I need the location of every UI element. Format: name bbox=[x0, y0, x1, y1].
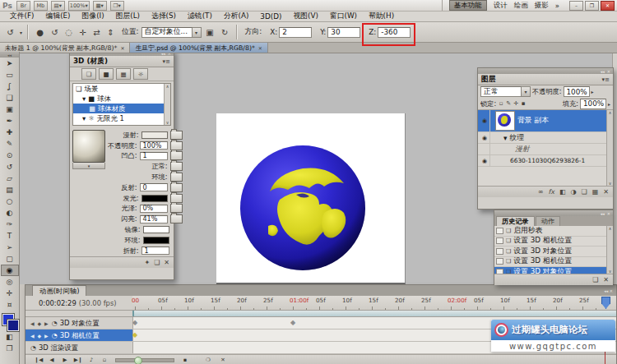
hand-tool[interactable]: ✛ bbox=[1, 288, 19, 299]
menu-item[interactable]: 视图(V) bbox=[287, 12, 323, 21]
play-button[interactable]: ▶ bbox=[60, 357, 70, 363]
lock-icon-2[interactable]: ✎ bbox=[505, 100, 512, 107]
layer-row[interactable]: ◉▾纹理 bbox=[478, 132, 613, 144]
menu-item[interactable]: 选择(S) bbox=[146, 12, 182, 21]
3d-camera-rotate-tool[interactable]: ◎ bbox=[1, 276, 19, 288]
toolbar-grip[interactable]: ◂◂ bbox=[0, 52, 19, 58]
minimize-button[interactable]: – bbox=[569, 1, 583, 11]
delete-layer-icon[interactable]: ✕ bbox=[603, 188, 609, 196]
restore-button[interactable]: ❐ bbox=[585, 1, 599, 11]
3d-list-item[interactable]: ▦球体材质 bbox=[73, 104, 170, 113]
texture-folder-icon[interactable] bbox=[170, 131, 183, 140]
scroll-down-icon[interactable]: ∨ bbox=[609, 181, 612, 186]
clone-stamp-tool[interactable]: ⊙ bbox=[1, 150, 19, 161]
keyframe-diamond[interactable]: ◆ bbox=[132, 319, 137, 326]
color-swatch[interactable] bbox=[141, 195, 168, 202]
close-tab-icon[interactable]: ✕ bbox=[120, 45, 124, 51]
document-canvas[interactable] bbox=[216, 113, 406, 284]
3d-scale-icon[interactable]: ⇕ bbox=[104, 26, 117, 38]
position-select[interactable]: 自定对象位... bbox=[141, 27, 193, 38]
y-input[interactable]: 30 bbox=[327, 27, 360, 38]
dodge-tool[interactable]: ◐ bbox=[1, 207, 19, 219]
onion-skin-icon[interactable]: ❍ bbox=[203, 357, 213, 363]
collapse-icon[interactable]: ◂◂ bbox=[601, 211, 605, 216]
work-area-range[interactable] bbox=[132, 311, 616, 316]
layer-row[interactable]: 漫射 bbox=[478, 144, 613, 155]
previous-frame-button[interactable]: ◀ bbox=[47, 357, 57, 363]
view-extras-icon[interactable]: ▤▾ bbox=[51, 1, 65, 11]
workspace-more-button[interactable]: » bbox=[555, 2, 559, 10]
visibility-eye-icon[interactable]: ◉ bbox=[480, 132, 490, 143]
history-state-row[interactable]: ❏设置 3D 相机位置 bbox=[494, 237, 613, 247]
workspace-4[interactable]: 摄影 bbox=[535, 1, 549, 11]
layer-row[interactable]: ◉背景 副本 bbox=[478, 110, 613, 132]
x-input[interactable]: 2 bbox=[279, 27, 312, 38]
zoom-level[interactable]: 100%▾ bbox=[68, 1, 90, 11]
zoom-in-icon[interactable]: ▪ bbox=[180, 357, 190, 363]
texture-folder-icon[interactable] bbox=[170, 194, 183, 203]
material-preview-thumbnail[interactable] bbox=[72, 130, 105, 163]
visibility-eye-icon[interactable]: ◉ bbox=[480, 155, 490, 166]
crop-tool[interactable]: ▣ bbox=[1, 104, 19, 115]
lock-icon-4[interactable]: ▪ bbox=[520, 100, 527, 107]
menu-item[interactable]: 滤镜(T) bbox=[182, 12, 218, 21]
bridge-icon[interactable]: Br bbox=[16, 1, 30, 11]
history-source-checkbox[interactable] bbox=[496, 258, 503, 265]
property-input[interactable]: 41% bbox=[140, 215, 168, 223]
expander-icon[interactable]: ▾ bbox=[82, 94, 86, 103]
link-layers-icon[interactable]: ∞ bbox=[538, 188, 544, 196]
arrange-documents-icon[interactable]: ▦▾ bbox=[93, 1, 107, 11]
marquee-tool[interactable]: ▭ bbox=[1, 69, 19, 81]
audio-toggle-button[interactable]: ♪ bbox=[86, 357, 96, 363]
3d-list-item[interactable]: ❏场景 bbox=[73, 84, 170, 94]
new-layer-icon[interactable]: ▦ bbox=[592, 188, 599, 196]
gradient-tool[interactable]: ▤ bbox=[1, 184, 19, 196]
material-picker-icon[interactable]: ▾ bbox=[72, 163, 105, 169]
3d-list-item[interactable]: ▾☼无限光 1 bbox=[73, 113, 170, 123]
zoom-tool[interactable]: ¤ bbox=[1, 299, 19, 311]
collapse-icon[interactable]: ◂◂ bbox=[601, 69, 605, 74]
color-swatch[interactable] bbox=[143, 237, 169, 244]
property-input[interactable]: 0% bbox=[140, 205, 168, 213]
scroll-down-icon[interactable]: ∨ bbox=[166, 120, 169, 125]
opacity-slider-icon[interactable]: ▸ bbox=[591, 89, 594, 94]
history-source-checkbox[interactable] bbox=[496, 228, 503, 234]
filter-meshes-icon[interactable]: ■ bbox=[99, 68, 114, 80]
lock-icon-1[interactable]: ▫ bbox=[498, 100, 504, 107]
filter-lights-icon[interactable]: ☼ bbox=[133, 68, 148, 80]
history-source-checkbox[interactable] bbox=[496, 248, 503, 255]
fill-slider-icon[interactable]: ▸ bbox=[608, 101, 610, 107]
close-button[interactable]: ✕ bbox=[601, 1, 615, 11]
type-tool[interactable]: T bbox=[1, 230, 19, 242]
screen-mode-icon[interactable]: ❐ bbox=[1, 343, 19, 354]
texture-folder-icon[interactable] bbox=[170, 173, 183, 182]
history-source-checkbox[interactable] bbox=[496, 269, 503, 274]
background-color-swatch[interactable] bbox=[7, 320, 19, 331]
tab-animation-timeline[interactable]: 动画(时间轴) bbox=[32, 285, 86, 296]
tool-preset-icon[interactable]: ↺ bbox=[3, 25, 17, 39]
panel-menu-icon[interactable]: ▾≡ bbox=[163, 58, 170, 65]
delete-icon[interactable]: ✕ bbox=[164, 259, 169, 266]
scroll-up-icon[interactable]: ∧ bbox=[609, 226, 612, 231]
track-label-cell[interactable]: ◔3D 渲染设置 bbox=[26, 342, 132, 353]
tab-actions[interactable]: 动作 bbox=[536, 216, 560, 226]
expander-icon[interactable]: ▾ bbox=[82, 114, 86, 122]
layer-group-icon[interactable]: ❏ bbox=[582, 188, 587, 196]
history-state-row[interactable]: ❏设置 3D 对象位置 bbox=[494, 267, 613, 274]
move-tool[interactable]: ➤ bbox=[1, 58, 19, 69]
quick-selection-tool[interactable]: ❑ bbox=[1, 92, 19, 104]
property-input[interactable]: 1 bbox=[140, 152, 168, 160]
workspace-2[interactable]: 设计 bbox=[494, 1, 508, 11]
return-home-icon[interactable]: ● bbox=[34, 26, 46, 38]
stopwatch-icon[interactable]: ◔ bbox=[30, 344, 36, 352]
property-input[interactable]: 100% bbox=[140, 141, 168, 150]
zoom-out-icon[interactable]: ▫ bbox=[100, 357, 109, 363]
delete-keyframe-icon[interactable]: ✕ bbox=[218, 357, 228, 363]
color-swatch[interactable] bbox=[143, 226, 169, 233]
timeline-zoom-slider[interactable] bbox=[115, 358, 174, 362]
3d-roll-icon[interactable]: ◌ bbox=[63, 26, 75, 38]
scrollbar[interactable]: ∧∨ bbox=[606, 226, 613, 274]
history-state-row[interactable]: ❏设置 3D 相机位置 bbox=[494, 257, 613, 268]
texture-folder-icon[interactable] bbox=[170, 141, 183, 150]
menu-item[interactable]: 图层(L) bbox=[110, 12, 146, 21]
